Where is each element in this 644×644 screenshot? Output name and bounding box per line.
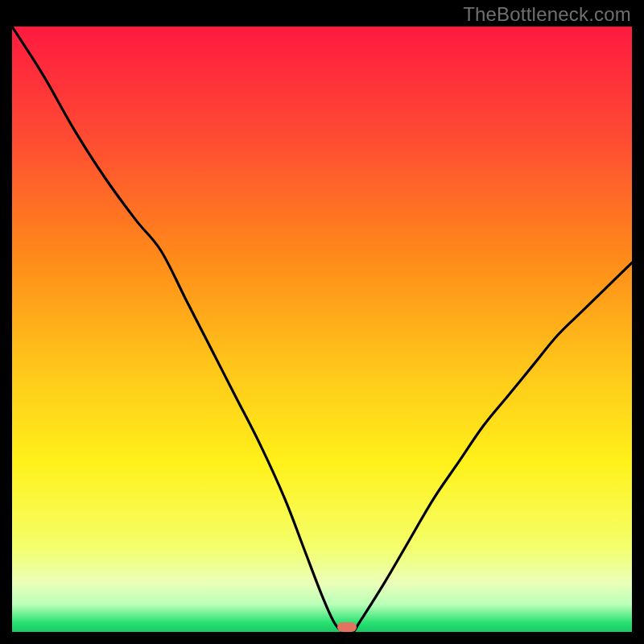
plot-area <box>12 27 632 632</box>
watermark-text: TheBottleneck.com <box>463 3 631 26</box>
bottleneck-chart <box>12 27 632 632</box>
gradient-background <box>12 27 632 632</box>
chart-stage: TheBottleneck.com <box>0 0 644 644</box>
optimum-marker <box>337 622 357 632</box>
